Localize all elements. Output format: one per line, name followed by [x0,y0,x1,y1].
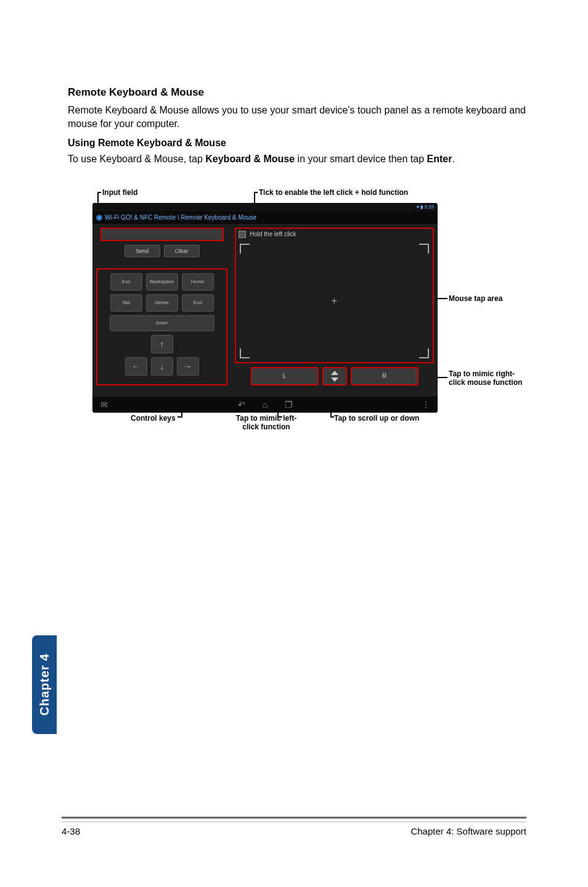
status-time: 5:35 [424,204,434,210]
key-delete[interactable]: Delete [146,294,178,311]
hold-left-click-label: Hold the left click [250,231,296,237]
nav-notification-icon[interactable]: ✉ [92,400,116,410]
footer-page-number: 4-38 [62,826,80,836]
text-bold: Keyboard & Mouse [205,154,295,164]
leader-line [97,192,101,193]
nav-back-icon[interactable]: ↶ [230,400,253,410]
subsection-heading: Using Remote Keyboard & Mouse [68,138,526,149]
key-tab[interactable]: Tab [110,294,142,311]
key-arrow-up[interactable]: ↑ [151,335,173,353]
callout-left-click: Tap to mimic left-click function [229,414,303,432]
text-bold: Enter [427,154,452,164]
key-arrow-down[interactable]: ↓ [151,357,173,376]
mouse-left-button[interactable]: L [251,367,319,386]
corner-marker [419,244,429,254]
android-nav-bar: ✉ ↶ ⌂ ❐ ⋮ [92,397,438,413]
send-clear-row: Send Clear [96,245,227,257]
text-part: in your smart device then tap [295,154,427,164]
callout-control-keys: Control keys [131,414,176,423]
crosshair-icon: + [332,295,337,307]
key-esc[interactable]: Esc [110,273,142,291]
section-heading: Remote Keyboard & Mouse [68,86,526,99]
wifi-icon: ▾ [417,204,419,210]
section-intro: Remote Keyboard & Mouse allows you to us… [68,104,526,130]
key-enter[interactable]: Enter [110,315,214,331]
right-pane: Hold the left click + L [231,224,438,397]
figure: Input field Tick to enable the left clic… [68,184,536,431]
callout-mouse-tap-area: Mouse tap area [449,294,502,303]
key-end[interactable]: End [182,294,214,311]
footer-chapter-title: Chapter 4: Software support [410,826,526,836]
key-arrow-left[interactable]: ← [125,357,147,376]
hold-left-click-row: Hold the left click [235,228,434,240]
nav-recent-icon[interactable]: ❐ [277,400,300,410]
mouse-button-row: L R [235,367,434,386]
left-pane: Send Clear Esc Backspace Home Tab Delete [92,224,231,397]
scroll-down-icon [331,377,338,382]
text-part: . [452,154,454,164]
leader-line [330,416,334,418]
nav-menu-icon[interactable]: ⋮ [414,400,438,410]
clear-button[interactable]: Clear [164,245,200,257]
page: Remote Keyboard & Mouse Remote Keyboard … [0,0,588,887]
nav-home-icon[interactable]: ⌂ [253,400,277,410]
control-keys-block: Esc Backspace Home Tab Delete End Enter [96,268,227,386]
corner-marker [240,244,250,254]
key-arrow-right[interactable]: → [177,357,199,376]
callout-input-field: Input field [102,188,137,197]
key-home[interactable]: Home [182,273,214,291]
callout-scroll: Tap to scroll up or down [334,414,419,423]
chapter-side-tab: Chapter 4 [32,635,57,734]
page-footer: 4-38 Chapter 4: Software support [62,822,526,836]
corner-marker [240,349,250,358]
corner-marker [419,349,429,358]
app-title: Wi-Fi GO! & NFC Remote \ Remote Keyboard… [105,214,256,221]
callout-tick-hold: Tick to enable the left click + hold fun… [259,188,408,197]
device-screenshot: ▾ ▮ 5:35 Wi-Fi GO! & NFC Remote \ Remote… [92,203,438,413]
input-row: Send Clear [96,228,227,257]
app-logo-icon [96,215,102,221]
key-backspace[interactable]: Backspace [146,273,178,291]
scroll-up-icon [331,371,338,375]
text-input[interactable] [100,228,224,241]
status-bar: ▾ ▮ 5:35 [92,203,438,212]
content-area: Send Clear Esc Backspace Home Tab Delete [92,224,438,397]
app-title-bar: Wi-Fi GO! & NFC Remote \ Remote Keyboard… [92,212,438,224]
mouse-right-button[interactable]: R [351,367,419,386]
mouse-scroll-button[interactable] [322,367,347,386]
battery-icon: ▮ [420,204,423,210]
leader-line [277,416,282,418]
leader-line [178,416,182,418]
hold-left-click-checkbox[interactable] [239,231,246,238]
text-part: To use Keyboard & Mouse, tap [68,154,205,164]
subsection-intro: To use Keyboard & Mouse, tap Keyboard & … [68,152,526,166]
send-button[interactable]: Send [125,245,160,257]
callout-right-click: Tap to mimic right-click mouse function [449,369,523,387]
mouse-tap-area[interactable]: + [235,240,434,363]
leader-line [254,192,258,193]
chapter-side-label: Chapter 4 [38,653,52,716]
